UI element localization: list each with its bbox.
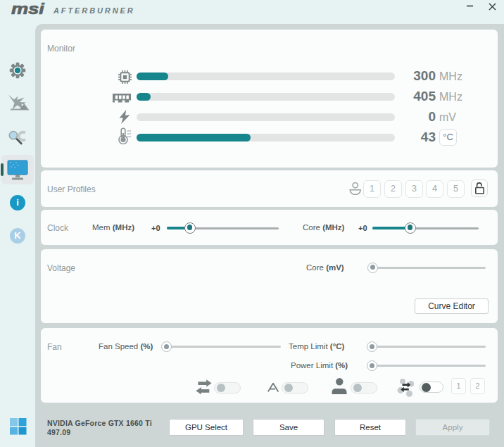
svg-text:msi: msi xyxy=(11,1,45,17)
